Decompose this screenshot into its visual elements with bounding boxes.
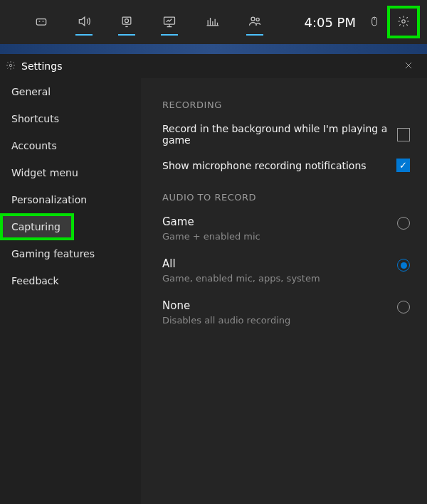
audio-option-none[interactable]: None Disables all audio recording [162,299,410,326]
game-bar-toolbar: 4:05 PM [0,0,427,44]
monitor-widget-button[interactable] [148,0,191,44]
gear-icon [397,15,410,30]
panel-header: Settings [0,54,427,78]
sidebar-item-shortcuts[interactable]: Shortcuts [0,105,141,132]
svg-point-2 [125,18,129,22]
mic-notif-label: Show microphone recording notifications [162,160,367,171]
audio-option-all-title: All [162,257,320,270]
audio-option-none-sub: Disables all audio recording [162,315,290,326]
sidebar-item-capturing[interactable]: Capturing [0,213,74,240]
settings-button[interactable] [387,6,420,38]
close-button[interactable] [404,59,418,73]
social-icon [248,14,262,31]
sidebar-item-gaming-features[interactable]: Gaming features [0,240,141,267]
panel-title: Settings [21,60,62,72]
audio-widget-button[interactable] [63,0,105,44]
sidebar-item-feedback[interactable]: Feedback [0,267,141,294]
capture-icon [120,14,134,31]
record-background-label: Record in the background while I'm playi… [162,123,397,146]
performance-widget-button[interactable] [191,0,233,44]
console-widget-button[interactable] [20,0,63,44]
panel-body: General Shortcuts Accounts Widget menu P… [0,78,427,504]
audio-option-game-title: Game [162,215,260,228]
sidebar-item-general[interactable]: General [0,78,141,105]
close-icon [404,60,419,73]
svg-rect-0 [36,18,46,24]
audio-icon [77,14,91,31]
audio-radio-group: Game Game + enabled mic All Game, enable… [162,215,410,326]
audio-option-all[interactable]: All Game, enabled mic, apps, system [162,257,410,284]
audio-option-all-sub: Game, enabled mic, apps, system [162,273,320,284]
toolbar-clock: 4:05 PM [304,15,356,30]
wallpaper-strip [0,44,427,54]
gear-icon [6,60,21,73]
console-icon [34,14,48,31]
performance-icon [205,14,219,31]
capture-widget-button[interactable] [105,0,148,44]
mouse-icon [369,14,380,31]
audio-option-all-radio[interactable] [397,259,410,272]
svg-rect-1 [122,17,131,24]
mic-notif-row: Show microphone recording notifications [162,159,410,172]
svg-point-7 [402,19,406,23]
svg-point-4 [251,17,255,21]
svg-point-5 [256,18,259,21]
sidebar-item-accounts[interactable]: Accounts [0,132,141,159]
record-background-row: Record in the background while I'm playi… [162,123,410,146]
audio-section-header: AUDIO TO RECORD [162,192,410,203]
recording-section-header: RECORDING [162,100,410,110]
social-widget-button[interactable] [233,0,276,44]
audio-option-none-radio[interactable] [397,301,410,313]
audio-option-game-radio[interactable] [397,217,410,230]
audio-option-game[interactable]: Game Game + enabled mic [162,215,410,242]
audio-option-none-title: None [162,299,290,312]
svg-point-8 [9,64,12,67]
sidebar-item-widget-menu[interactable]: Widget menu [0,159,141,186]
audio-option-game-sub: Game + enabled mic [162,231,260,242]
sidebar-item-personalization[interactable]: Personalization [0,186,141,213]
monitor-icon [162,14,176,31]
settings-content: RECORDING Record in the background while… [141,78,427,504]
mouse-indicator[interactable] [362,14,387,31]
settings-sidebar: General Shortcuts Accounts Widget menu P… [0,78,141,504]
record-background-checkbox[interactable] [397,128,410,141]
settings-panel: Settings General Shortcuts Accounts Widg… [0,54,427,504]
mic-notif-checkbox[interactable] [396,159,410,172]
